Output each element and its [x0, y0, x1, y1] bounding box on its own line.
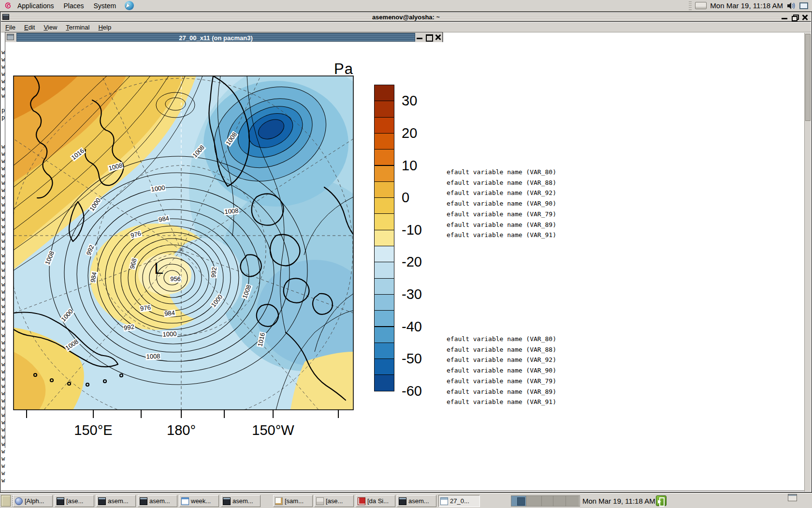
show-desktop-button[interactable]	[1, 495, 11, 507]
taskbar-button-label: [Alph...	[25, 497, 44, 505]
colorbar-tick-label: 30	[402, 93, 417, 109]
taskbar-button-1[interactable]: [ase...	[55, 495, 94, 507]
x11-plot-window: 27_00_x11 (on pacman3)	[5, 32, 443, 448]
workspace-5[interactable]	[566, 496, 579, 506]
taskbar-button-4[interactable]: week...	[179, 495, 219, 507]
close-button[interactable]	[435, 34, 441, 40]
taskbar-button-2[interactable]: asem...	[96, 495, 136, 507]
panel-drag-handle[interactable]	[689, 1, 692, 10]
terminal-menubar: FileEditViewTerminalHelp	[1, 22, 811, 32]
viewer-icon	[316, 497, 324, 505]
maximize-button[interactable]	[425, 34, 432, 40]
taskbar-button-label: asem...	[149, 497, 170, 505]
taskbar-button-label: 27_0...	[450, 497, 469, 505]
terminal-titlebar[interactable]: asemenov@alyosha: ~	[1, 13, 811, 22]
colorbar-swatch	[374, 133, 394, 149]
pdf-icon	[358, 497, 365, 505]
taskbar-button-9[interactable]: asem...	[397, 495, 436, 507]
terminal-icon	[98, 497, 106, 505]
bottom-taskbar: [Alph...[ase...asem...asem...week...asem…	[0, 493, 812, 508]
panel-clock[interactable]: Mon Mar 19, 11:18 AM	[710, 1, 783, 10]
colorbar-tick-label: -60	[402, 383, 422, 399]
globe-launcher-icon[interactable]	[125, 1, 134, 10]
colorbar-tick-label: 0	[402, 190, 409, 206]
colorbar-swatch	[374, 310, 394, 327]
taskbar-button-label: asem...	[408, 497, 429, 505]
colorbar-swatch	[374, 85, 394, 101]
taskbar-button-label: asem...	[232, 497, 253, 505]
x-axis-label: 150°W	[252, 422, 294, 438]
document-icon	[181, 497, 189, 505]
x11-titlebar-bar[interactable]: 27_00_x11 (on pacman3)	[16, 33, 415, 42]
contour-label-992: 992	[210, 266, 218, 278]
workspace-3[interactable]	[542, 496, 553, 506]
taskbar-button-6[interactable]: [sam...	[273, 495, 313, 507]
taskbar-button-0[interactable]: [Alph...	[13, 495, 53, 507]
restore-button[interactable]	[791, 14, 798, 20]
terminal-title: asemenov@alyosha: ~	[1, 14, 811, 21]
x11-titlebar[interactable]: 27_00_x11 (on pacman3)	[5, 32, 442, 42]
terminal-icon	[399, 497, 406, 505]
close-button[interactable]	[801, 14, 808, 20]
terminal-menu-edit[interactable]: Edit	[20, 24, 39, 31]
colorbar-tick-label: -20	[402, 254, 422, 270]
terminal-app-icon	[2, 14, 9, 20]
workspace-4[interactable]	[553, 496, 566, 506]
terminal-menu-view[interactable]: View	[39, 24, 61, 31]
terminal-output-block: efault variable name (VAR_80) efault var…	[447, 334, 556, 407]
desktop: ApplicationsPlacesSystem Mon Mar 19, 11:…	[0, 0, 812, 508]
terminal-icon	[223, 497, 231, 505]
colorbar-tick-label: 20	[402, 125, 417, 141]
panel-menu-places[interactable]: Places	[59, 0, 89, 12]
taskbar-button-label: asem...	[108, 497, 129, 505]
colorbar-swatch	[374, 246, 394, 262]
terminal-icon	[57, 497, 64, 505]
taskbar-button-8[interactable]: [da Si...	[356, 495, 395, 507]
terminal-menu-help[interactable]: Help	[94, 24, 116, 31]
speaker-icon[interactable]	[786, 1, 796, 10]
colorbar-swatch	[374, 343, 394, 359]
colorbar-tick-label: -30	[402, 286, 422, 302]
colorbar-swatch	[374, 230, 394, 246]
taskbar-button-label: [da Si...	[367, 497, 389, 505]
workspace-2[interactable]	[526, 496, 542, 506]
minimize-button[interactable]	[781, 14, 788, 20]
terminal-scrollbar[interactable]	[804, 33, 811, 492]
logout-icon[interactable]	[656, 495, 667, 506]
display-icon[interactable]	[799, 2, 808, 9]
minimize-button[interactable]	[416, 34, 423, 40]
keyboard-icon[interactable]	[695, 2, 707, 9]
taskbar-button-label: [sam...	[285, 497, 304, 505]
sphere-icon	[15, 497, 23, 505]
terminal-menu-terminal[interactable]: Terminal	[61, 24, 94, 31]
terminal-menu-file[interactable]: File	[1, 24, 20, 31]
scrollbar-thumb[interactable]	[805, 34, 811, 121]
workspace-switcher[interactable]	[511, 495, 580, 507]
tray-window-icon[interactable]	[788, 494, 797, 501]
colorbar-tick-label: -50	[402, 351, 422, 367]
terminal-separator	[1, 491, 804, 491]
colorbar-swatch	[374, 294, 394, 311]
taskbar-button-7[interactable]: [ase...	[314, 495, 354, 507]
colorbar-swatch	[374, 117, 394, 134]
taskbar-clock[interactable]: Mon Mar 19, 11:18 AM --	[582, 497, 662, 505]
taskbar-button-10[interactable]: 27_0...	[438, 495, 480, 507]
contour-label-1008: 1008	[145, 353, 160, 360]
taskbar-button-5[interactable]: asem...	[221, 495, 261, 507]
colorbar-swatch	[374, 262, 394, 278]
debian-logo-icon[interactable]	[4, 1, 13, 10]
colorbar-swatch	[374, 101, 394, 117]
x-axis-label: 180°	[167, 422, 196, 438]
colorbar-swatch	[374, 181, 394, 198]
window-icon	[440, 497, 448, 505]
panel-menu-system[interactable]: System	[89, 0, 121, 12]
colorbar-tick-label: -40	[402, 318, 422, 334]
taskbar-button-3[interactable]: asem...	[138, 495, 177, 507]
taskbar-button-label: week...	[191, 497, 211, 505]
panel-menu-applications[interactable]: Applications	[13, 0, 59, 12]
workspace-1-active[interactable]	[511, 496, 526, 506]
colorbar-swatch	[374, 213, 394, 230]
terminal-icon	[140, 497, 147, 505]
taskbar-button-label: [ase...	[66, 497, 83, 505]
colorbar-swatch	[374, 197, 394, 214]
